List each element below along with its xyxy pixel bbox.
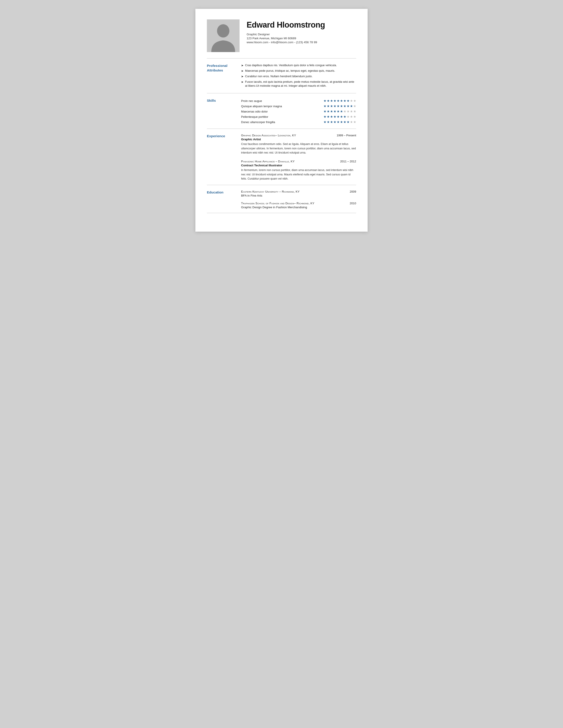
- skills-label: Skills: [207, 98, 241, 103]
- star-filled-icon: ★: [324, 115, 326, 119]
- education-label: Education: [207, 190, 241, 195]
- experience-section: Experience Graphic Design Associates– Le…: [207, 129, 356, 185]
- star-filled-icon: ★: [343, 120, 346, 124]
- experience-entry: Graphic Design Associates– Lexington, KY…: [241, 134, 356, 155]
- experience-label: Experience: [207, 134, 241, 139]
- arrow-icon: ➤: [241, 69, 243, 73]
- star-filled-icon: ★: [330, 120, 333, 124]
- list-item: ➤ Cras dapibus dapibus nis. Vestibulum q…: [241, 63, 356, 68]
- exp-company: Graphic Design Associates– Lexington, KY: [241, 134, 296, 137]
- skill-name: Maecenas odio dolor: [241, 109, 305, 114]
- exp-header-row: Panasonic Home Appliance – Danville, KY …: [241, 160, 356, 163]
- attributes-list: ➤ Cras dapibus dapibus nis. Vestibulum q…: [241, 63, 356, 88]
- star-filled-icon: ★: [324, 99, 326, 103]
- edu-degree: BFA in Fine Arts: [241, 194, 356, 197]
- star-filled-icon: ★: [324, 104, 326, 108]
- star-filled-icon: ★: [324, 109, 326, 113]
- star-filled-icon: ★: [337, 120, 340, 124]
- star-filled-icon: ★: [334, 120, 336, 124]
- star-empty-icon: ★: [343, 109, 346, 113]
- contact: www.hloom.com - info@hloom.com - (123) 4…: [246, 41, 356, 44]
- star-filled-icon: ★: [324, 120, 326, 124]
- skill-name: Quisque aliquam tempor magna: [241, 103, 305, 109]
- resume-page: Edward Hloomstrong Graphic Designer 123 …: [195, 9, 368, 232]
- arrow-icon: ➤: [241, 80, 243, 84]
- star-empty-icon: ★: [347, 115, 350, 119]
- skills-section: Skills Proin nec augue★★★★★★★★★★Quisque …: [207, 93, 356, 129]
- exp-description: Cras faucibus condimentum odio. Sed ac l…: [241, 142, 356, 155]
- education-section: Education Eastern Kentucky University – …: [207, 185, 356, 213]
- edu-school: Eastern Kentucky University – Richmond, …: [241, 190, 300, 193]
- star-empty-icon: ★: [350, 99, 353, 103]
- skill-rating: ★★★★★★★★★★: [305, 98, 356, 103]
- star-filled-icon: ★: [340, 115, 343, 119]
- table-row: Maecenas odio dolor★★★★★★★★★★: [241, 109, 356, 114]
- skill-rating: ★★★★★★★★★★: [305, 103, 356, 109]
- star-filled-icon: ★: [334, 115, 336, 119]
- name: Edward Hloomstrong: [246, 20, 356, 30]
- skills-content: Proin nec augue★★★★★★★★★★Quisque aliquam…: [241, 98, 356, 125]
- star-filled-icon: ★: [350, 104, 353, 108]
- job-title: Graphic Designer: [246, 33, 356, 36]
- header-section: Edward Hloomstrong Graphic Designer 123 …: [207, 19, 356, 52]
- table-row: Quisque aliquam tempor magna★★★★★★★★★★: [241, 103, 356, 109]
- experience-content: Graphic Design Associates– Lexington, KY…: [241, 134, 356, 181]
- skill-rating: ★★★★★★★★★★: [305, 114, 356, 119]
- star-filled-icon: ★: [334, 109, 336, 113]
- star-filled-icon: ★: [330, 99, 333, 103]
- star-empty-icon: ★: [350, 120, 353, 124]
- professional-attributes-content: ➤ Cras dapibus dapibus nis. Vestibulum q…: [241, 63, 356, 89]
- star-empty-icon: ★: [347, 109, 350, 113]
- edu-school: Traphagen School of Fashion and Design– …: [241, 202, 315, 205]
- star-filled-icon: ★: [340, 120, 343, 124]
- star-empty-icon: ★: [353, 115, 356, 119]
- star-empty-icon: ★: [353, 120, 356, 124]
- list-item: ➤ Curabitur non eros. Nullam hendrerit b…: [241, 74, 356, 79]
- star-filled-icon: ★: [330, 104, 333, 108]
- exp-role: Contract Technical Illustrator: [241, 164, 356, 167]
- star-filled-icon: ★: [327, 115, 330, 119]
- star-filled-icon: ★: [337, 109, 340, 113]
- star-filled-icon: ★: [337, 115, 340, 119]
- skill-rating: ★★★★★★★★★★: [305, 119, 356, 125]
- edu-header-row: Eastern Kentucky University – Richmond, …: [241, 190, 356, 193]
- star-filled-icon: ★: [330, 109, 333, 113]
- avatar: [207, 19, 239, 52]
- star-empty-icon: ★: [350, 115, 353, 119]
- star-filled-icon: ★: [343, 115, 346, 119]
- skill-name: Proin nec augue: [241, 98, 305, 103]
- education-entry: Traphagen School of Fashion and Design– …: [241, 202, 356, 209]
- arrow-icon: ➤: [241, 64, 243, 68]
- star-filled-icon: ★: [347, 104, 350, 108]
- star-empty-icon: ★: [353, 109, 356, 113]
- star-filled-icon: ★: [334, 99, 336, 103]
- star-filled-icon: ★: [327, 120, 330, 124]
- star-empty-icon: ★: [350, 109, 353, 113]
- star-empty-icon: ★: [353, 99, 356, 103]
- professional-attributes-label: ProfessionalAttributes: [207, 63, 241, 73]
- list-item: ➤ Maecenas pede purus, tristique ac, tem…: [241, 69, 356, 73]
- table-row: Donec ullamcorper fringilla★★★★★★★★★★: [241, 119, 356, 125]
- star-filled-icon: ★: [337, 104, 340, 108]
- exp-date: 1999 – Present: [337, 134, 356, 137]
- star-filled-icon: ★: [340, 104, 343, 108]
- star-empty-icon: ★: [353, 104, 356, 108]
- education-content: Eastern Kentucky University – Richmond, …: [241, 190, 356, 209]
- education-entry: Eastern Kentucky University – Richmond, …: [241, 190, 356, 197]
- table-row: Pellentesque porttitor★★★★★★★★★★: [241, 114, 356, 119]
- star-filled-icon: ★: [340, 109, 343, 113]
- exp-role: Graphic Artist: [241, 138, 356, 141]
- svg-point-1: [217, 24, 229, 38]
- star-filled-icon: ★: [343, 104, 346, 108]
- skill-name: Pellentesque porttitor: [241, 114, 305, 119]
- professional-attributes-section: ProfessionalAttributes ➤ Cras dapibus da…: [207, 58, 356, 93]
- star-filled-icon: ★: [340, 99, 343, 103]
- star-filled-icon: ★: [327, 104, 330, 108]
- exp-header-row: Graphic Design Associates– Lexington, KY…: [241, 134, 356, 137]
- star-filled-icon: ★: [347, 120, 350, 124]
- exp-description: In fermentum, lorem non cursus porttitor…: [241, 168, 356, 181]
- edu-date: 2010: [350, 202, 356, 205]
- exp-date: 2011 – 2012: [340, 160, 356, 163]
- exp-company: Panasonic Home Appliance – Danville, KY: [241, 160, 295, 163]
- edu-date: 2009: [350, 190, 356, 193]
